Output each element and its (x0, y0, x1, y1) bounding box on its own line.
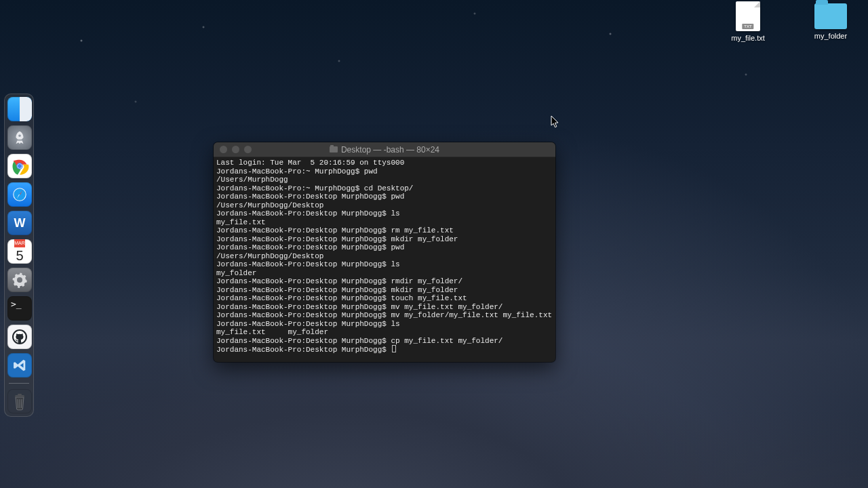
folder-icon (814, 3, 847, 29)
folder-icon (330, 146, 338, 152)
rocket-icon (12, 130, 27, 145)
desktop-icons: TXT my_file.txt my_folder (723, 1, 856, 42)
terminal-titlebar[interactable]: Desktop — -bash — 80×24 (214, 142, 555, 157)
github-icon (12, 329, 28, 345)
dock: W MAR 5 >_ (4, 94, 34, 417)
dock-separator (9, 383, 29, 384)
svg-line-9 (18, 399, 18, 408)
dock-app-vscode[interactable] (7, 353, 32, 378)
dock-trash[interactable] (7, 389, 32, 413)
calendar-month: MAR (14, 239, 25, 247)
vscode-icon (12, 358, 27, 373)
svg-rect-8 (18, 394, 22, 396)
dock-app-calendar[interactable]: MAR 5 (7, 239, 32, 264)
svg-point-3 (18, 164, 22, 168)
desktop-file-label: my_file.txt (723, 34, 773, 42)
terminal-body[interactable]: Last login: Tue Mar 5 20:16:59 on ttys00… (214, 157, 555, 362)
gear-icon (12, 272, 28, 288)
dock-app-word[interactable]: W (7, 211, 32, 235)
terminal-title: Desktop — -bash — 80×24 (214, 145, 555, 155)
word-glyph: W (14, 216, 26, 230)
window-controls (214, 146, 252, 153)
txt-file-icon: TXT (736, 1, 760, 31)
terminal-glyph: >_ (11, 299, 22, 309)
desktop-file-txt[interactable]: TXT my_file.txt (723, 1, 773, 42)
terminal-cursor (392, 345, 396, 352)
minimize-button[interactable] (232, 146, 239, 153)
close-button[interactable] (220, 146, 227, 153)
terminal-window[interactable]: Desktop — -bash — 80×24 Last login: Tue … (214, 142, 555, 362)
dock-app-launchpad[interactable] (7, 125, 32, 150)
dock-app-chrome[interactable] (7, 154, 32, 178)
desktop-folder-label: my_folder (806, 32, 856, 40)
calendar-day: 5 (16, 247, 23, 264)
cursor-icon (551, 115, 560, 129)
compass-icon (11, 186, 28, 203)
trash-icon (12, 392, 28, 411)
chrome-icon (10, 157, 29, 176)
zoom-button[interactable] (244, 146, 252, 153)
dock-app-finder[interactable] (7, 97, 32, 121)
dock-app-safari[interactable] (7, 182, 32, 207)
desktop-folder[interactable]: my_folder (806, 1, 856, 42)
dock-app-terminal[interactable]: >_ (7, 296, 32, 321)
dock-app-github[interactable] (7, 325, 32, 349)
svg-line-11 (21, 399, 22, 408)
dock-app-settings[interactable] (7, 268, 32, 292)
